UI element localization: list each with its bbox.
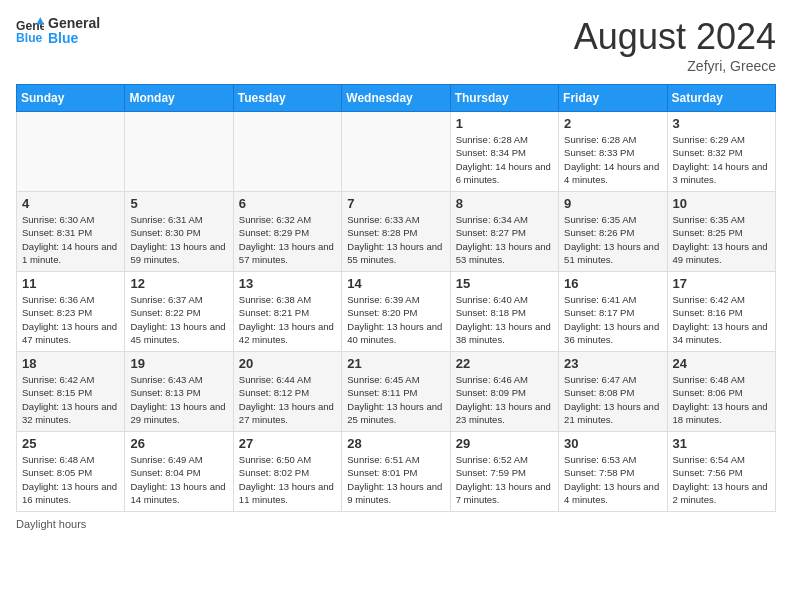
day-number: 6 (239, 196, 336, 211)
calendar-cell: 23Sunrise: 6:47 AMSunset: 8:08 PMDayligh… (559, 352, 667, 432)
calendar-cell: 12Sunrise: 6:37 AMSunset: 8:22 PMDayligh… (125, 272, 233, 352)
day-info: Sunrise: 6:37 AMSunset: 8:22 PMDaylight:… (130, 293, 227, 346)
calendar-table: SundayMondayTuesdayWednesdayThursdayFrid… (16, 84, 776, 512)
day-info: Sunrise: 6:42 AMSunset: 8:15 PMDaylight:… (22, 373, 119, 426)
day-number: 28 (347, 436, 444, 451)
calendar-cell: 28Sunrise: 6:51 AMSunset: 8:01 PMDayligh… (342, 432, 450, 512)
logo-blue: Blue (48, 31, 100, 46)
header-day: Sunday (17, 85, 125, 112)
calendar-cell: 24Sunrise: 6:48 AMSunset: 8:06 PMDayligh… (667, 352, 775, 432)
day-info: Sunrise: 6:45 AMSunset: 8:11 PMDaylight:… (347, 373, 444, 426)
header-day: Friday (559, 85, 667, 112)
calendar-cell (125, 112, 233, 192)
day-info: Sunrise: 6:48 AMSunset: 8:06 PMDaylight:… (673, 373, 770, 426)
calendar-cell: 16Sunrise: 6:41 AMSunset: 8:17 PMDayligh… (559, 272, 667, 352)
day-number: 20 (239, 356, 336, 371)
page-header: General Blue General Blue August 2024 Ze… (16, 16, 776, 74)
header-day: Wednesday (342, 85, 450, 112)
day-info: Sunrise: 6:35 AMSunset: 8:26 PMDaylight:… (564, 213, 661, 266)
day-info: Sunrise: 6:31 AMSunset: 8:30 PMDaylight:… (130, 213, 227, 266)
calendar-cell: 31Sunrise: 6:54 AMSunset: 7:56 PMDayligh… (667, 432, 775, 512)
calendar-cell: 1Sunrise: 6:28 AMSunset: 8:34 PMDaylight… (450, 112, 558, 192)
footer: Daylight hours (16, 518, 776, 530)
svg-text:Blue: Blue (16, 32, 43, 46)
calendar-cell: 6Sunrise: 6:32 AMSunset: 8:29 PMDaylight… (233, 192, 341, 272)
week-row: 1Sunrise: 6:28 AMSunset: 8:34 PMDaylight… (17, 112, 776, 192)
day-info: Sunrise: 6:49 AMSunset: 8:04 PMDaylight:… (130, 453, 227, 506)
calendar-cell: 22Sunrise: 6:46 AMSunset: 8:09 PMDayligh… (450, 352, 558, 432)
header-day: Tuesday (233, 85, 341, 112)
day-info: Sunrise: 6:40 AMSunset: 8:18 PMDaylight:… (456, 293, 553, 346)
day-number: 3 (673, 116, 770, 131)
calendar-cell (342, 112, 450, 192)
day-number: 21 (347, 356, 444, 371)
day-info: Sunrise: 6:53 AMSunset: 7:58 PMDaylight:… (564, 453, 661, 506)
day-info: Sunrise: 6:48 AMSunset: 8:05 PMDaylight:… (22, 453, 119, 506)
day-number: 25 (22, 436, 119, 451)
calendar-cell: 11Sunrise: 6:36 AMSunset: 8:23 PMDayligh… (17, 272, 125, 352)
header-day: Monday (125, 85, 233, 112)
day-number: 30 (564, 436, 661, 451)
week-row: 18Sunrise: 6:42 AMSunset: 8:15 PMDayligh… (17, 352, 776, 432)
day-number: 31 (673, 436, 770, 451)
day-info: Sunrise: 6:52 AMSunset: 7:59 PMDaylight:… (456, 453, 553, 506)
day-number: 17 (673, 276, 770, 291)
day-number: 14 (347, 276, 444, 291)
day-number: 26 (130, 436, 227, 451)
day-info: Sunrise: 6:41 AMSunset: 8:17 PMDaylight:… (564, 293, 661, 346)
calendar-cell: 13Sunrise: 6:38 AMSunset: 8:21 PMDayligh… (233, 272, 341, 352)
day-info: Sunrise: 6:34 AMSunset: 8:27 PMDaylight:… (456, 213, 553, 266)
header-day: Saturday (667, 85, 775, 112)
day-info: Sunrise: 6:36 AMSunset: 8:23 PMDaylight:… (22, 293, 119, 346)
location: Zefyri, Greece (574, 58, 776, 74)
calendar-cell: 30Sunrise: 6:53 AMSunset: 7:58 PMDayligh… (559, 432, 667, 512)
day-number: 7 (347, 196, 444, 211)
day-info: Sunrise: 6:39 AMSunset: 8:20 PMDaylight:… (347, 293, 444, 346)
calendar-cell: 17Sunrise: 6:42 AMSunset: 8:16 PMDayligh… (667, 272, 775, 352)
day-number: 12 (130, 276, 227, 291)
calendar-cell: 9Sunrise: 6:35 AMSunset: 8:26 PMDaylight… (559, 192, 667, 272)
day-number: 18 (22, 356, 119, 371)
calendar-cell (233, 112, 341, 192)
week-row: 25Sunrise: 6:48 AMSunset: 8:05 PMDayligh… (17, 432, 776, 512)
day-info: Sunrise: 6:35 AMSunset: 8:25 PMDaylight:… (673, 213, 770, 266)
day-info: Sunrise: 6:30 AMSunset: 8:31 PMDaylight:… (22, 213, 119, 266)
day-info: Sunrise: 6:51 AMSunset: 8:01 PMDaylight:… (347, 453, 444, 506)
day-info: Sunrise: 6:38 AMSunset: 8:21 PMDaylight:… (239, 293, 336, 346)
day-info: Sunrise: 6:50 AMSunset: 8:02 PMDaylight:… (239, 453, 336, 506)
month-year: August 2024 (574, 16, 776, 58)
day-number: 8 (456, 196, 553, 211)
calendar-cell: 27Sunrise: 6:50 AMSunset: 8:02 PMDayligh… (233, 432, 341, 512)
calendar-cell: 21Sunrise: 6:45 AMSunset: 8:11 PMDayligh… (342, 352, 450, 432)
day-info: Sunrise: 6:29 AMSunset: 8:32 PMDaylight:… (673, 133, 770, 186)
calendar-cell: 8Sunrise: 6:34 AMSunset: 8:27 PMDaylight… (450, 192, 558, 272)
day-info: Sunrise: 6:46 AMSunset: 8:09 PMDaylight:… (456, 373, 553, 426)
day-info: Sunrise: 6:43 AMSunset: 8:13 PMDaylight:… (130, 373, 227, 426)
header-row: SundayMondayTuesdayWednesdayThursdayFrid… (17, 85, 776, 112)
day-number: 4 (22, 196, 119, 211)
week-row: 4Sunrise: 6:30 AMSunset: 8:31 PMDaylight… (17, 192, 776, 272)
calendar-cell: 5Sunrise: 6:31 AMSunset: 8:30 PMDaylight… (125, 192, 233, 272)
day-info: Sunrise: 6:44 AMSunset: 8:12 PMDaylight:… (239, 373, 336, 426)
logo-icon: General Blue (16, 17, 44, 45)
day-info: Sunrise: 6:42 AMSunset: 8:16 PMDaylight:… (673, 293, 770, 346)
calendar-cell: 14Sunrise: 6:39 AMSunset: 8:20 PMDayligh… (342, 272, 450, 352)
calendar-cell: 20Sunrise: 6:44 AMSunset: 8:12 PMDayligh… (233, 352, 341, 432)
day-number: 27 (239, 436, 336, 451)
calendar-cell: 7Sunrise: 6:33 AMSunset: 8:28 PMDaylight… (342, 192, 450, 272)
header-day: Thursday (450, 85, 558, 112)
calendar-cell: 10Sunrise: 6:35 AMSunset: 8:25 PMDayligh… (667, 192, 775, 272)
calendar-cell: 29Sunrise: 6:52 AMSunset: 7:59 PMDayligh… (450, 432, 558, 512)
day-number: 13 (239, 276, 336, 291)
day-number: 10 (673, 196, 770, 211)
day-info: Sunrise: 6:28 AMSunset: 8:33 PMDaylight:… (564, 133, 661, 186)
title-block: August 2024 Zefyri, Greece (574, 16, 776, 74)
logo-general: General (48, 16, 100, 31)
calendar-cell: 2Sunrise: 6:28 AMSunset: 8:33 PMDaylight… (559, 112, 667, 192)
day-number: 24 (673, 356, 770, 371)
day-number: 2 (564, 116, 661, 131)
week-row: 11Sunrise: 6:36 AMSunset: 8:23 PMDayligh… (17, 272, 776, 352)
day-number: 19 (130, 356, 227, 371)
day-number: 16 (564, 276, 661, 291)
day-number: 22 (456, 356, 553, 371)
